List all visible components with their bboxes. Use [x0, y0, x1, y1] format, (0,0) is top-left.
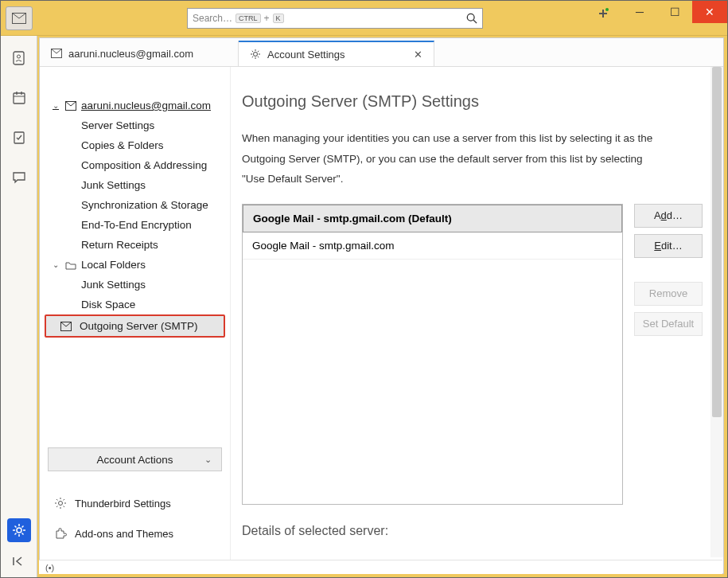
- app-menu-button[interactable]: [6, 6, 33, 30]
- main-panel: aaruni.nucleus@gmail.com Account Setting…: [39, 37, 724, 574]
- account-actions-dropdown[interactable]: Account Actions ⌄: [48, 447, 222, 471]
- tree-copies-folders[interactable]: Copies & Folders: [45, 135, 225, 155]
- chevron-down-icon: ⌄: [53, 260, 60, 269]
- titlebar: Search… CTRL + K ─ ☐ ✕: [1, 1, 727, 36]
- settings-space-button[interactable]: [7, 518, 31, 542]
- details-header: Details of selected server:: [242, 524, 703, 538]
- close-button[interactable]: ✕: [692, 1, 727, 23]
- tab-settings-label: Account Settings: [267, 49, 345, 61]
- page-title: Outgoing Server (SMTP) Settings: [242, 92, 703, 111]
- smtp-icon: [60, 322, 72, 331]
- thunderbird-settings-link[interactable]: Thunderbird Settings: [48, 490, 222, 516]
- settings-content: Outgoing Server (SMTP) Settings When man…: [231, 67, 723, 573]
- vertical-scrollbar[interactable]: [710, 67, 723, 557]
- settings-tab-icon: [250, 49, 261, 60]
- address-book-icon[interactable]: [11, 50, 27, 66]
- maximize-button[interactable]: ☐: [657, 1, 692, 23]
- gear-icon: [54, 497, 67, 510]
- search-placeholder: Search… CTRL + K: [193, 13, 466, 24]
- edit-button[interactable]: Edit…: [634, 234, 703, 258]
- sync-status-icon[interactable]: [598, 8, 609, 19]
- minimize-button[interactable]: ─: [622, 1, 657, 23]
- tree-composition[interactable]: Composition & Addressing: [45, 155, 225, 175]
- tab-mail-account[interactable]: aaruni.nucleus@gmail.com: [40, 41, 239, 66]
- tab-close-button[interactable]: ✕: [414, 49, 422, 61]
- remove-button[interactable]: Remove: [634, 282, 703, 306]
- tree-junk-settings[interactable]: Junk Settings: [45, 175, 225, 195]
- search-icon: [466, 13, 477, 24]
- tree-local-folders[interactable]: ⌄ Local Folders: [45, 255, 225, 275]
- chat-icon[interactable]: [11, 170, 27, 186]
- svg-point-5: [605, 8, 609, 11]
- account-actions-label: Account Actions: [96, 454, 173, 466]
- smtp-list-item[interactable]: Google Mail - smtp.gmail.com: [243, 232, 622, 260]
- kbd-k: K: [273, 14, 284, 23]
- add-button[interactable]: Add…: [634, 204, 703, 228]
- folder-icon: [65, 260, 76, 270]
- tree-local-disk[interactable]: Disk Space: [45, 295, 225, 314]
- svg-rect-8: [14, 93, 25, 103]
- smtp-action-buttons: Add… Edit… Remove Set Default: [634, 204, 703, 505]
- tree-outgoing-smtp[interactable]: Outgoing Server (SMTP): [45, 314, 225, 338]
- tree-local-folders-label: Local Folders: [81, 259, 146, 271]
- chevron-down-icon: ⌄: [204, 455, 212, 465]
- tree-account-root[interactable]: ⌄ aaruni.nucleus@gmail.com: [45, 96, 225, 115]
- tree-local-junk[interactable]: Junk Settings: [45, 275, 225, 295]
- page-description: When managing your identities you can us…: [242, 128, 656, 189]
- svg-point-13: [17, 528, 21, 533]
- envelope-icon: [12, 13, 26, 24]
- tab-mail-label: aaruni.nucleus@gmail.com: [68, 48, 193, 60]
- smtp-list-item-default[interactable]: Google Mail - smtp.gmail.com (Default): [243, 205, 622, 232]
- tree-account-label: aaruni.nucleus@gmail.com: [81, 100, 211, 111]
- collapse-rail-icon[interactable]: [11, 553, 27, 569]
- mail-icon: [51, 49, 62, 58]
- tree-e2e-encryption[interactable]: End-To-End Encryption: [45, 215, 225, 235]
- account-tree: ⌄ aaruni.nucleus@gmail.com Server Settin…: [40, 67, 231, 573]
- calendar-icon[interactable]: [11, 90, 27, 106]
- svg-point-16: [254, 53, 258, 57]
- status-text: (•): [45, 563, 54, 572]
- kbd-ctrl: CTRL: [236, 14, 261, 23]
- tree-return-receipts[interactable]: Return Receipts: [45, 235, 225, 255]
- chevron-down-icon: ⌄: [53, 101, 60, 110]
- set-default-button[interactable]: Set Default: [634, 312, 703, 336]
- tasks-icon[interactable]: [11, 130, 27, 146]
- mail-account-icon: [65, 101, 76, 111]
- svg-point-19: [59, 502, 63, 506]
- tree-sync-storage[interactable]: Synchronization & Storage: [45, 195, 225, 215]
- svg-rect-4: [602, 10, 604, 18]
- scrollbar-thumb[interactable]: [712, 67, 722, 417]
- addons-themes-link[interactable]: Add-ons and Themes: [48, 521, 222, 546]
- svg-point-1: [467, 14, 474, 21]
- tree-smtp-label: Outgoing Server (SMTP): [80, 320, 198, 332]
- spaces-toolbar: [1, 36, 37, 577]
- svg-point-7: [17, 55, 20, 58]
- svg-line-2: [473, 20, 477, 23]
- global-search-input[interactable]: Search… CTRL + K: [187, 8, 483, 29]
- tree-server-settings[interactable]: Server Settings: [45, 115, 225, 135]
- status-bar: (•): [39, 560, 722, 574]
- smtp-server-list[interactable]: Google Mail - smtp.gmail.com (Default) G…: [242, 204, 623, 505]
- tab-strip: aaruni.nucleus@gmail.com Account Setting…: [40, 38, 723, 67]
- puzzle-icon: [54, 527, 67, 540]
- tab-account-settings[interactable]: Account Settings ✕: [239, 41, 434, 66]
